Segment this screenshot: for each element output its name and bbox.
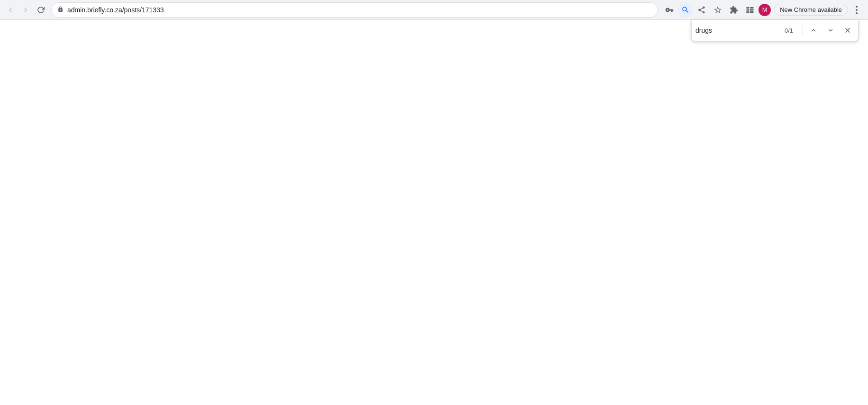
url-text: admin.briefly.co.za/posts/171333 [67, 6, 652, 14]
profile-avatar[interactable]: M [758, 4, 771, 16]
find-bar: 0/1 [691, 20, 859, 41]
new-chrome-label: New Chrome available [780, 6, 842, 13]
lock-icon [57, 6, 64, 14]
page-content: 0/1 [0, 20, 868, 405]
bookmark-button[interactable] [710, 2, 725, 18]
address-bar[interactable]: admin.briefly.co.za/posts/171333 [51, 2, 658, 18]
toolbar-actions: M New Chrome available [662, 2, 864, 18]
find-next-button[interactable] [824, 24, 837, 37]
menu-button[interactable] [849, 2, 864, 18]
find-prev-button[interactable] [807, 24, 820, 37]
new-chrome-button[interactable]: New Chrome available [774, 4, 848, 16]
find-input[interactable] [695, 27, 781, 34]
browser-toolbar: admin.briefly.co.za/posts/171333 [0, 0, 868, 19]
find-in-page-button[interactable] [678, 2, 693, 18]
more-options-icon [856, 6, 858, 14]
share-button[interactable] [694, 2, 709, 18]
extensions-button[interactable] [726, 2, 741, 18]
find-count: 0/1 [785, 27, 799, 34]
reload-button[interactable] [34, 3, 47, 17]
forward-button[interactable] [19, 3, 32, 17]
tab-manager-button[interactable] [742, 2, 758, 18]
find-divider [803, 26, 803, 35]
back-button[interactable] [4, 3, 17, 17]
browser-chrome: admin.briefly.co.za/posts/171333 [0, 0, 868, 20]
find-close-button[interactable] [841, 24, 854, 37]
password-icon-button[interactable] [662, 2, 677, 18]
